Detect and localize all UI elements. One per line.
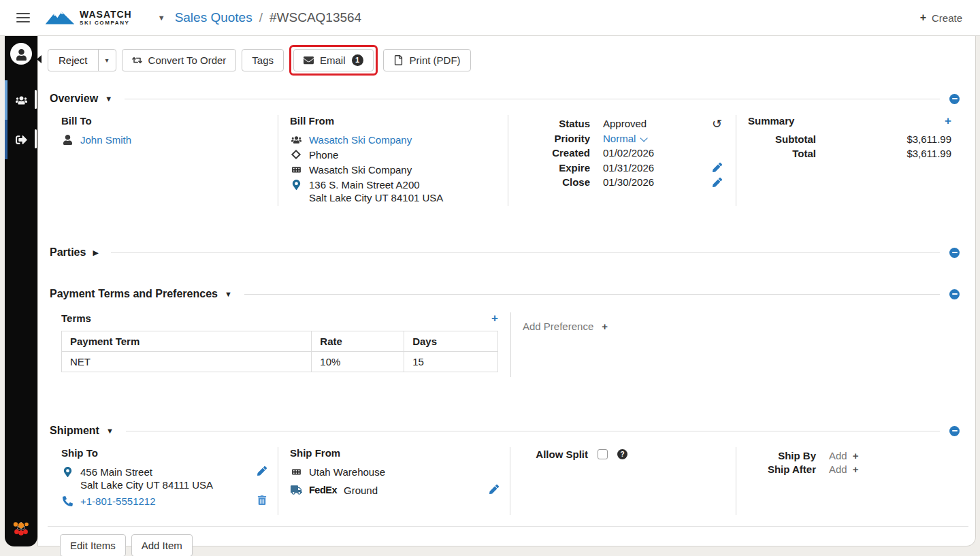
brand-logo: WASATCH SKI COMPANY [45, 9, 132, 27]
overview-section-title: Overview [50, 93, 98, 105]
sidebar-scroll-indicator [35, 90, 37, 109]
telecom-icon [291, 150, 301, 159]
payment-terms-section: Payment Terms and Preferences ▼ Terms + … [38, 287, 975, 377]
overview-hide-section-icon[interactable] [949, 94, 960, 104]
allow-split-label: Allow Split [510, 448, 588, 460]
priority-label: Priority [508, 133, 590, 144]
warehouse-icon [291, 467, 301, 477]
convert-to-order-label: Convert To Order [148, 54, 227, 66]
bill-from-panel: Bill From Wasatch Ski Company Phone Wasa… [278, 115, 508, 206]
print-pdf-label: Print (PDF) [410, 54, 461, 66]
brand-name-line2: SKI COMPANY [80, 20, 132, 26]
sidebar-scroll-indicator [35, 129, 37, 148]
edit-expire-date-icon[interactable] [713, 163, 722, 172]
edit-shipment-method-icon[interactable] [489, 485, 499, 496]
edit-ship-to-address-icon[interactable] [257, 466, 267, 478]
bill-from-company-link[interactable]: Wasatch Ski Company [309, 134, 412, 146]
sidebar-item-logout[interactable] [5, 120, 37, 159]
total-value: $3,611.99 [816, 148, 951, 159]
reject-split-button: Reject ▾ [48, 49, 116, 71]
delete-ship-to-phone-icon[interactable] [257, 495, 267, 507]
ship-by-label: Ship By [748, 450, 816, 461]
add-ship-by-button[interactable]: Add+ [829, 450, 858, 461]
breadcrumb-current-quote-id: #WSCAQ13564 [270, 10, 361, 25]
expire-value: 01/31/2026 [603, 162, 654, 174]
add-term-icon[interactable]: + [491, 312, 498, 324]
summary-title: Summary [748, 115, 794, 127]
chevron-down-icon [640, 134, 648, 142]
subtotal-value: $3,611.99 [816, 133, 951, 145]
tags-button[interactable]: Tags [242, 49, 284, 71]
shipment-section-title: Shipment [50, 425, 99, 437]
payment-terms-hide-section-icon[interactable] [949, 289, 960, 299]
truck-icon [291, 485, 302, 495]
user-avatar[interactable] [10, 43, 32, 65]
summary-panel: Summary + Subtotal $3,611.99 Total $3,61… [736, 115, 975, 206]
reject-dropdown-caret-icon[interactable]: ▾ [98, 50, 116, 71]
users-icon [291, 135, 301, 145]
bill-from-address-line1: 136 S. Main Street A200 [309, 179, 420, 191]
ship-dates-panel: Ship By Add+ Ship After Add+ [736, 447, 975, 515]
sidebar-item-customers[interactable] [5, 80, 37, 120]
plus-icon: + [602, 321, 608, 332]
sidebar-active-indicator [5, 80, 7, 120]
edit-items-button[interactable]: Edit Items [60, 534, 126, 556]
left-sidebar [5, 36, 37, 546]
breadcrumb-sales-quotes-link[interactable]: Sales Quotes [175, 10, 252, 25]
add-item-button[interactable]: Add Item [131, 534, 193, 556]
allow-split-panel: Allow Split ? [510, 447, 736, 515]
status-history-icon[interactable]: ↺ [712, 118, 722, 130]
map-marker-icon [291, 180, 301, 190]
print-pdf-button[interactable]: Print (PDF) [383, 49, 471, 71]
priority-dropdown[interactable]: Normal [603, 133, 645, 144]
edit-close-date-icon[interactable] [713, 178, 722, 187]
tooltip-arrow [37, 55, 42, 63]
parties-section-title: Parties [50, 246, 86, 259]
add-preference-label: Add Preference [523, 321, 593, 332]
column-header-days: Days [404, 331, 498, 352]
plus-icon: + [853, 463, 859, 475]
expire-label: Expire [508, 162, 590, 174]
email-button[interactable]: Email 1 [293, 49, 374, 71]
overview-collapse-caret-icon[interactable]: ▼ [105, 95, 112, 103]
shipment-hide-section-icon[interactable] [949, 426, 960, 436]
ship-to-phone-link[interactable]: +1-801-5551212 [80, 495, 156, 507]
payment-terms-collapse-caret-icon[interactable]: ▼ [225, 290, 232, 298]
app-logo-icon[interactable] [12, 519, 30, 538]
table-row: NET 10% 15 [62, 352, 498, 372]
created-value: 01/02/2026 [603, 147, 654, 159]
add-preference-button[interactable]: Add Preference + [511, 312, 608, 377]
reject-button[interactable]: Reject [48, 50, 98, 71]
breadcrumb-dropdown-caret-icon[interactable]: ▼ [158, 14, 165, 22]
ship-to-panel: Ship To 456 Main Street Salt Lake City U… [38, 447, 278, 515]
pdf-file-icon [393, 55, 404, 65]
shipment-collapse-caret-icon[interactable]: ▼ [106, 427, 114, 435]
cell-days: 15 [404, 352, 498, 372]
bill-from-address-line2: Salt Lake City UT 84101 USA [290, 192, 508, 206]
breadcrumb: Sales Quotes / #WSCAQ13564 [175, 10, 362, 25]
ship-to-address-line1: 456 Main Street [80, 466, 152, 478]
mountain-logo-icon [45, 9, 75, 27]
close-label: Close [508, 176, 590, 188]
ship-from-panel: Ship From Utah Warehouse FedEx Ground [278, 447, 510, 515]
cell-payment-term: NET [62, 352, 312, 372]
payment-terms-section-title: Payment Terms and Preferences [50, 288, 218, 300]
hamburger-menu-icon[interactable] [16, 10, 30, 24]
bill-from-organization: Wasatch Ski Company [309, 164, 412, 176]
create-button[interactable]: + Create [920, 12, 962, 24]
tags-label: Tags [252, 54, 274, 66]
bill-to-customer-link[interactable]: John Smith [80, 134, 131, 146]
status-panel: Status Approved ↺ Priority Normal Create… [508, 115, 736, 206]
add-ship-after-button[interactable]: Add+ [829, 463, 858, 475]
allow-split-checkbox[interactable] [598, 449, 608, 459]
shipment-method: Ground [344, 485, 378, 496]
ship-from-label: Ship From [290, 447, 510, 459]
add-summary-adjustment-icon[interactable]: + [945, 115, 951, 127]
user-icon [63, 135, 73, 145]
quote-action-toolbar: Reject ▾ Convert To Order Tags Email 1 P… [38, 36, 975, 73]
parties-expand-caret-icon[interactable]: ▶ [93, 248, 98, 257]
brand-name-line1: WASATCH [80, 10, 132, 19]
convert-to-order-button[interactable]: Convert To Order [122, 49, 237, 71]
parties-hide-section-icon[interactable] [949, 248, 960, 258]
help-icon[interactable]: ? [617, 449, 627, 459]
